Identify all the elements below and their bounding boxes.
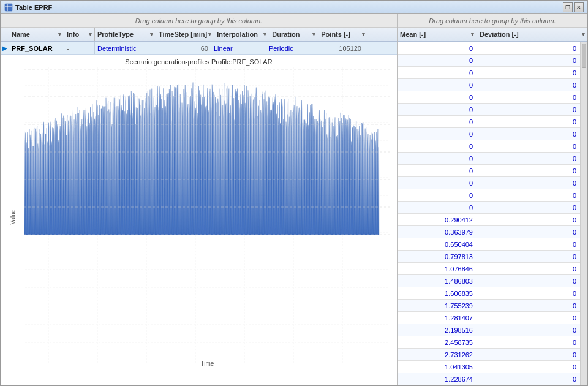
right-table-row[interactable]: 0 0 xyxy=(398,177,580,189)
cell-mean: 0 xyxy=(398,153,477,164)
cell-points: 105120 xyxy=(315,42,364,54)
right-table-row[interactable]: 0 0 xyxy=(398,153,580,165)
cell-deviation: 0 xyxy=(477,189,580,201)
cell-deviation: 0 xyxy=(477,42,580,54)
main-window: Table EPRF ❐ ✕ Drag column here to group… xyxy=(0,0,588,386)
right-table-row[interactable]: 0 0 xyxy=(398,79,580,91)
right-table-row[interactable]: 0.363979 0 xyxy=(398,226,580,238)
left-drag-hint: Drag column here to group by this column… xyxy=(1,14,397,28)
col-header-timestep[interactable]: TimeStep [min] ▾ xyxy=(156,28,214,41)
col-header-deviation[interactable]: Deviation [-] ▾ xyxy=(477,28,587,41)
right-table-row[interactable]: 0 0 xyxy=(398,104,580,116)
right-table-row[interactable]: 1.228674 0 xyxy=(398,373,580,385)
right-table-row[interactable]: 0 0 xyxy=(398,91,580,104)
cell-mean: 0 xyxy=(398,79,477,91)
chart-svg: 24 20 16 12 8 4 0 xyxy=(24,67,390,364)
col-header-name[interactable]: Name ▾ xyxy=(9,28,64,41)
cell-deviation: 0 xyxy=(477,165,580,176)
col-header-duration[interactable]: Duration ▾ xyxy=(270,28,318,41)
col-header-points[interactable]: Points [-] ▾ xyxy=(318,28,368,41)
name-filter-icon[interactable]: ▾ xyxy=(58,31,61,37)
chart-area: Scenario:generation-profiles Profile:PRF… xyxy=(1,55,397,385)
right-table-wrap: 0 0 0 0 0 0 0 0 0 0 0 0 0 0 0 0 0 0 0 0 xyxy=(398,42,580,385)
svg-rect-0 xyxy=(5,4,12,11)
cell-mean: 0 xyxy=(398,91,477,103)
right-table-row[interactable]: 1.076846 0 xyxy=(398,263,580,275)
right-table-row[interactable]: 2.458735 0 xyxy=(398,336,580,349)
cell-mean: 1.606835 xyxy=(398,287,477,299)
cell-deviation: 0 xyxy=(477,67,580,78)
right-table-row[interactable]: 0 0 xyxy=(398,55,580,67)
right-panel: Drag column here to group by this column… xyxy=(398,14,587,385)
cell-deviation: 0 xyxy=(477,287,580,299)
cell-deviation: 0 xyxy=(477,251,580,262)
mean-filter-icon[interactable]: ▾ xyxy=(471,31,474,37)
cell-mean: 0.363979 xyxy=(398,226,477,238)
cell-deviation: 0 xyxy=(477,226,580,238)
deviation-filter-icon[interactable]: ▾ xyxy=(582,31,585,37)
profiletype-filter-icon[interactable]: ▾ xyxy=(150,31,153,37)
info-filter-icon[interactable]: ▾ xyxy=(89,31,92,37)
cell-deviation: 0 xyxy=(477,128,580,140)
right-table-row[interactable]: 0 0 xyxy=(398,128,580,140)
title-bar-left: Table EPRF xyxy=(4,3,52,12)
right-table-row[interactable]: 0 0 xyxy=(398,116,580,128)
col-header-profiletype[interactable]: ProfileType ▾ xyxy=(95,28,156,41)
right-table-row[interactable]: 2.198516 0 xyxy=(398,324,580,336)
x-axis-title: Time xyxy=(24,360,391,367)
table-icon xyxy=(4,3,13,12)
right-table-row[interactable]: 1.281407 0 xyxy=(398,312,580,324)
left-table-header: Name ▾ Info ▾ ProfileType ▾ TimeStep [mi… xyxy=(1,28,397,42)
right-table-row[interactable]: 1.755239 0 xyxy=(398,300,580,312)
points-filter-icon[interactable]: ▾ xyxy=(362,31,365,37)
row-indicator: ▶ xyxy=(1,42,9,55)
cell-profiletype: Deterministic xyxy=(95,42,156,54)
col-header-info[interactable]: Info ▾ xyxy=(64,28,95,41)
right-table-row[interactable]: 1.486803 0 xyxy=(398,275,580,287)
right-table-row[interactable]: 0 0 xyxy=(398,42,580,55)
right-table-row[interactable]: 0 0 xyxy=(398,67,580,79)
cell-mean: 1.281407 xyxy=(398,312,477,324)
col-header-mean[interactable]: Mean [-] ▾ xyxy=(398,28,477,41)
right-panel-inner: 0 0 0 0 0 0 0 0 0 0 0 0 0 0 0 0 0 0 0 0 xyxy=(398,42,587,385)
cell-mean: 0 xyxy=(398,128,477,140)
close-button[interactable]: ✕ xyxy=(574,2,584,12)
duration-filter-icon[interactable]: ▾ xyxy=(312,31,315,37)
right-table-row[interactable]: 1.041305 0 xyxy=(398,361,580,373)
col-header-interpolation[interactable]: Interpolation ▾ xyxy=(214,28,270,41)
right-table-row[interactable]: 2.731262 0 xyxy=(398,349,580,361)
interpolation-filter-icon[interactable]: ▾ xyxy=(263,31,266,37)
cell-mean: 1.076846 xyxy=(398,263,477,274)
cell-mean: 0 xyxy=(398,140,477,152)
table-row[interactable]: ▶ PRF_SOLAR - Deterministic 60 Linear Pe… xyxy=(1,42,397,55)
left-panel: Drag column here to group by this column… xyxy=(1,14,398,385)
cell-deviation: 0 xyxy=(477,324,580,336)
cell-mean: 0 xyxy=(398,165,477,176)
right-table-row[interactable]: 0 0 xyxy=(398,140,580,153)
cell-deviation: 0 xyxy=(477,373,580,385)
cell-mean: 1.486803 xyxy=(398,275,477,287)
cell-mean: 0.797813 xyxy=(398,251,477,262)
cell-deviation: 0 xyxy=(477,177,580,189)
cell-deviation: 0 xyxy=(477,349,580,360)
right-table-row[interactable]: 0.797813 0 xyxy=(398,251,580,263)
right-table-row[interactable]: 0 0 xyxy=(398,189,580,202)
cell-mean: 0.650404 xyxy=(398,238,477,250)
title-bar: Table EPRF ❐ ✕ xyxy=(1,1,587,14)
right-table-row[interactable]: 0.650404 0 xyxy=(398,238,580,251)
restore-button[interactable]: ❐ xyxy=(563,2,573,12)
cell-deviation: 0 xyxy=(477,214,580,225)
right-table-row[interactable]: 1.606835 0 xyxy=(398,287,580,300)
cell-info: - xyxy=(64,42,95,54)
cell-deviation: 0 xyxy=(477,275,580,287)
cell-mean: 1.041305 xyxy=(398,361,477,373)
right-table-row[interactable]: 0 0 xyxy=(398,202,580,214)
cell-deviation: 0 xyxy=(477,238,580,250)
timestep-filter-icon[interactable]: ▾ xyxy=(208,31,211,37)
right-table-row[interactable]: 0 0 xyxy=(398,165,580,177)
main-content: Drag column here to group by this column… xyxy=(1,14,587,385)
right-table-row[interactable]: 0.290412 0 xyxy=(398,214,580,226)
right-data-area[interactable]: 0 0 0 0 0 0 0 0 0 0 0 0 0 0 0 0 0 0 0 0 xyxy=(398,42,580,385)
scrollbar[interactable] xyxy=(580,42,587,385)
chart-title: Scenario:generation-profiles Profile:PRF… xyxy=(1,55,397,67)
